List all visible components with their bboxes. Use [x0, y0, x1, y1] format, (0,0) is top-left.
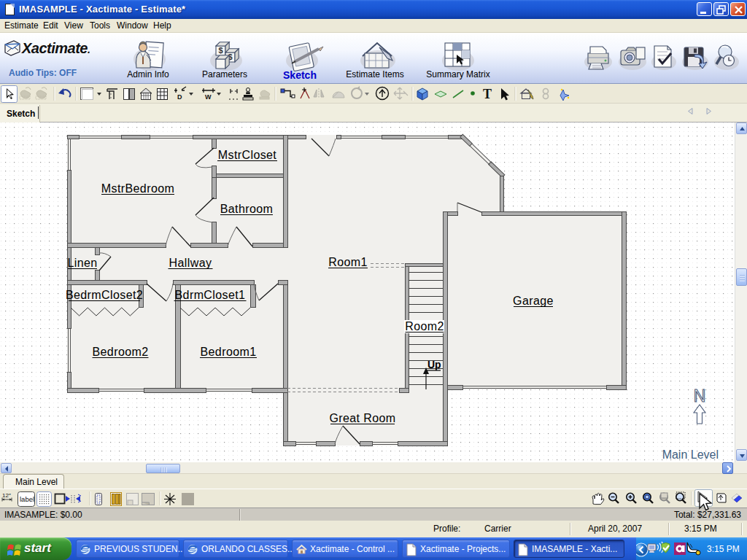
svg-text:BedrmCloset2: BedrmCloset2 — [66, 289, 143, 301]
svg-text:MstrBedroom: MstrBedroom — [101, 182, 174, 195]
svg-text:Bathroom: Bathroom — [220, 203, 274, 215]
svg-text:label: label — [20, 495, 34, 503]
svg-text:N: N — [694, 386, 706, 405]
svg-text:$: $ — [218, 46, 222, 55]
svg-text:D: D — [177, 93, 182, 101]
svg-text:Room1: Room1 — [328, 256, 368, 268]
svg-text:Bedroom2: Bedroom2 — [92, 346, 148, 358]
svg-text:Great Room: Great Room — [329, 412, 395, 424]
svg-text:MstrCloset: MstrCloset — [218, 149, 277, 161]
svg-text:BdrmCloset1: BdrmCloset1 — [175, 289, 246, 301]
svg-text:Linen: Linen — [67, 257, 97, 269]
svg-text:W: W — [205, 93, 212, 101]
svg-text:Garage: Garage — [513, 295, 554, 307]
svg-text:Up: Up — [427, 359, 441, 370]
svg-text:Bedroom1: Bedroom1 — [200, 346, 256, 358]
svg-text:Room2: Room2 — [405, 320, 444, 332]
svg-text:T: T — [483, 87, 492, 101]
svg-text:Main Level: Main Level — [662, 448, 719, 461]
svg-text:12″: 12″ — [2, 492, 11, 499]
svg-text:Hallway: Hallway — [169, 257, 212, 269]
